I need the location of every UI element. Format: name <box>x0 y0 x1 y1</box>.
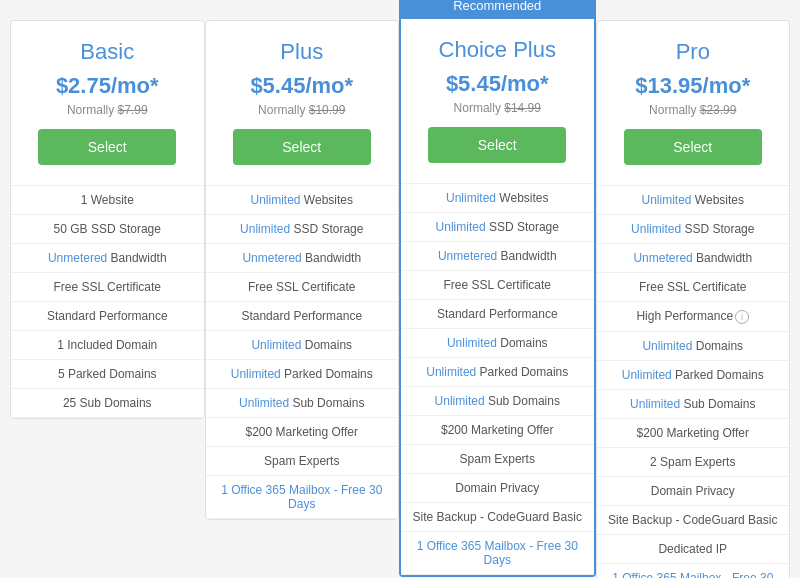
feature-item: Unlimited Sub Domains <box>401 387 594 416</box>
feature-item: Site Backup - CodeGuard Basic <box>401 503 594 532</box>
select-button-pro[interactable]: Select <box>624 129 762 165</box>
highlight-text: Unlimited <box>447 336 497 350</box>
plan-price-plus: $5.45/mo* <box>216 73 389 99</box>
feature-item: Unlimited Domains <box>401 329 594 358</box>
feature-item: Spam Experts <box>401 445 594 474</box>
plan-normal-choice-plus: Normally $14.99 <box>411 101 584 115</box>
office-link[interactable]: 1 Office 365 Mailbox - Free 30 Days <box>612 571 773 578</box>
feature-item: 1 Website <box>11 186 204 215</box>
highlight-text: Unlimited <box>426 365 476 379</box>
feature-item: Unlimited Websites <box>401 184 594 213</box>
feature-item: Free SSL Certificate <box>11 273 204 302</box>
features-list-plus: Unlimited WebsitesUnlimited SSD StorageU… <box>206 185 399 519</box>
feature-item: Unlimited SSD Storage <box>597 215 790 244</box>
feature-item: Free SSL Certificate <box>597 273 790 302</box>
feature-item: $200 Marketing Offer <box>206 418 399 447</box>
select-button-choice-plus[interactable]: Select <box>428 127 566 163</box>
plan-normal-pro: Normally $23.99 <box>607 103 780 117</box>
feature-item: Spam Experts <box>206 447 399 476</box>
office-link[interactable]: 1 Office 365 Mailbox - Free 30 Days <box>417 539 578 567</box>
feature-item: 25 Sub Domains <box>11 389 204 418</box>
highlight-text: Unlimited <box>251 338 301 352</box>
features-list-pro: Unlimited WebsitesUnlimited SSD StorageU… <box>597 185 790 578</box>
feature-item: $200 Marketing Offer <box>597 419 790 448</box>
highlight-text: Unlimited <box>446 191 496 205</box>
feature-item: Unlimited SSD Storage <box>401 213 594 242</box>
plan-normal-basic: Normally $7.99 <box>21 103 194 117</box>
plan-card-plus: Plus $5.45/mo* Normally $10.99 Select Un… <box>205 20 400 520</box>
plan-header-basic: Basic $2.75/mo* Normally $7.99 Select <box>11 21 204 185</box>
highlight-text: Unlimited <box>239 396 289 410</box>
feature-item: 1 Included Domain <box>11 331 204 360</box>
plan-price-basic: $2.75/mo* <box>21 73 194 99</box>
select-button-plus[interactable]: Select <box>233 129 371 165</box>
plan-normal-plus: Normally $10.99 <box>216 103 389 117</box>
highlight-text: Unlimited <box>436 220 486 234</box>
features-list-choice-plus: Unlimited WebsitesUnlimited SSD StorageU… <box>401 183 594 575</box>
feature-item: 1 Office 365 Mailbox - Free 30 Days <box>206 476 399 519</box>
features-list-basic: 1 Website50 GB SSD StorageUnmetered Band… <box>11 185 204 418</box>
highlight-text: Unlimited <box>240 222 290 236</box>
feature-item: Domain Privacy <box>401 474 594 503</box>
info-icon[interactable]: i <box>735 310 749 324</box>
feature-item: Unmetered Bandwidth <box>401 242 594 271</box>
highlight-text: Unlimited <box>642 339 692 353</box>
plan-name-plus: Plus <box>216 39 389 65</box>
plan-header-pro: Pro $13.95/mo* Normally $23.99 Select <box>597 21 790 185</box>
highlight-text: Unmetered <box>633 251 692 265</box>
feature-item: Unmetered Bandwidth <box>11 244 204 273</box>
plan-price-choice-plus: $5.45/mo* <box>411 71 584 97</box>
feature-item: Free SSL Certificate <box>206 273 399 302</box>
plan-price-pro: $13.95/mo* <box>607 73 780 99</box>
feature-item: 1 Office 365 Mailbox - Free 30 Days <box>597 564 790 578</box>
plan-name-basic: Basic <box>21 39 194 65</box>
feature-item: Unmetered Bandwidth <box>597 244 790 273</box>
feature-item: Free SSL Certificate <box>401 271 594 300</box>
feature-item: Unlimited Parked Domains <box>206 360 399 389</box>
plan-name-choice-plus: Choice Plus <box>411 37 584 63</box>
feature-item: Unmetered Bandwidth <box>206 244 399 273</box>
feature-item: Domain Privacy <box>597 477 790 506</box>
feature-item: Unlimited SSD Storage <box>206 215 399 244</box>
recommended-badge: Recommended <box>401 0 594 19</box>
plan-header-choice-plus: Choice Plus $5.45/mo* Normally $14.99 Se… <box>401 19 594 183</box>
feature-item: Unlimited Websites <box>206 186 399 215</box>
highlight-text: Unlimited <box>631 222 681 236</box>
highlight-text: Unmetered <box>242 251 301 265</box>
highlight-text: Unmetered <box>438 249 497 263</box>
feature-item: 2 Spam Experts <box>597 448 790 477</box>
highlight-text: Unlimited <box>642 193 692 207</box>
highlight-text: Unlimited <box>435 394 485 408</box>
feature-item: Standard Performance <box>11 302 204 331</box>
highlight-text: Unlimited <box>630 397 680 411</box>
pricing-container: Basic $2.75/mo* Normally $7.99 Select 1 … <box>10 20 790 578</box>
highlight-text: Unmetered <box>48 251 107 265</box>
plan-name-pro: Pro <box>607 39 780 65</box>
feature-item: Site Backup - CodeGuard Basic <box>597 506 790 535</box>
feature-item: High Performancei <box>597 302 790 332</box>
feature-item: 5 Parked Domains <box>11 360 204 389</box>
feature-item: Unlimited Websites <box>597 186 790 215</box>
feature-item: Standard Performance <box>401 300 594 329</box>
office-link[interactable]: 1 Office 365 Mailbox - Free 30 Days <box>221 483 382 511</box>
feature-item: Unlimited Sub Domains <box>206 389 399 418</box>
feature-item: Standard Performance <box>206 302 399 331</box>
feature-item: Unlimited Domains <box>597 332 790 361</box>
feature-item: $200 Marketing Offer <box>401 416 594 445</box>
feature-item: Unlimited Domains <box>206 331 399 360</box>
select-button-basic[interactable]: Select <box>38 129 176 165</box>
feature-item: 1 Office 365 Mailbox - Free 30 Days <box>401 532 594 575</box>
highlight-text: Unlimited <box>231 367 281 381</box>
plan-card-pro: Pro $13.95/mo* Normally $23.99 Select Un… <box>596 20 791 578</box>
plan-card-choice-plus: Recommended Choice Plus $5.45/mo* Normal… <box>399 0 596 577</box>
plan-card-basic: Basic $2.75/mo* Normally $7.99 Select 1 … <box>10 20 205 419</box>
highlight-text: Unlimited <box>251 193 301 207</box>
feature-item: 50 GB SSD Storage <box>11 215 204 244</box>
feature-item: Unlimited Parked Domains <box>597 361 790 390</box>
feature-item: Unlimited Sub Domains <box>597 390 790 419</box>
plan-header-plus: Plus $5.45/mo* Normally $10.99 Select <box>206 21 399 185</box>
highlight-text: Unlimited <box>622 368 672 382</box>
feature-item: Unlimited Parked Domains <box>401 358 594 387</box>
feature-item: Dedicated IP <box>597 535 790 564</box>
